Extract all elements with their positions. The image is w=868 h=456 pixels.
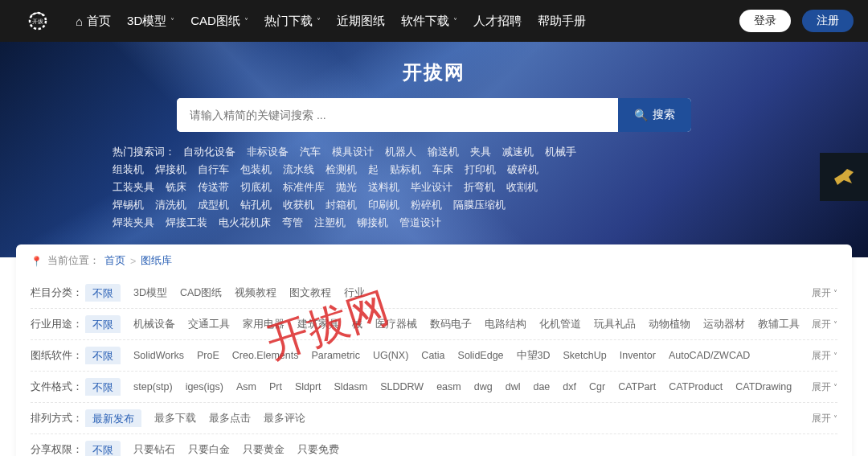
hot-keyword[interactable]: 自动化设备 [183, 143, 235, 161]
hot-keyword[interactable]: 包装机 [240, 161, 272, 179]
hot-keyword[interactable]: 封箱机 [326, 196, 357, 214]
filter-option[interactable]: iges(igs) [186, 378, 223, 396]
hot-keyword[interactable]: 破碎机 [507, 161, 538, 179]
hot-keyword[interactable]: 模具设计 [332, 143, 374, 161]
filter-option[interactable]: 只要黄金 [243, 441, 285, 456]
filter-option[interactable]: UG(NX) [373, 347, 408, 364]
filter-option[interactable]: 中望3D [517, 347, 551, 364]
nav-item-5[interactable]: 软件下载˅ [401, 14, 457, 29]
filter-option[interactable]: 教辅工具 [758, 315, 800, 333]
filter-option[interactable]: 化机管道 [539, 315, 581, 333]
hot-keyword[interactable]: 隔膜压缩机 [453, 196, 506, 214]
filter-option[interactable]: dwg [474, 378, 493, 396]
hot-keyword[interactable]: 铣床 [166, 179, 186, 196]
hot-keyword[interactable]: 焊接工装 [166, 214, 207, 232]
breadcrumb-current[interactable]: 图纸库 [141, 254, 172, 268]
filter-option[interactable]: CATPart [618, 378, 656, 396]
filter-option[interactable]: 建筑家具 [297, 315, 339, 333]
hot-keyword[interactable]: 钻孔机 [240, 196, 272, 214]
expand-toggle[interactable]: 展开˅ [812, 380, 837, 394]
hot-keyword[interactable]: 传送带 [198, 179, 229, 196]
hot-keyword[interactable]: 起 [368, 161, 379, 179]
filter-option[interactable]: 家用电器 [243, 315, 285, 333]
filter-option[interactable]: Cgr [589, 378, 605, 396]
hot-keyword[interactable]: 注塑机 [314, 214, 346, 232]
expand-toggle[interactable]: 展开˅ [812, 349, 837, 363]
filter-option[interactable]: CAD图纸 [180, 284, 222, 302]
hot-keyword[interactable]: 输送机 [428, 143, 459, 161]
hot-keyword[interactable]: 铆接机 [357, 214, 388, 232]
hot-keyword[interactable]: 焊接机 [155, 161, 186, 179]
hot-keyword[interactable]: 夹具 [470, 143, 491, 161]
hot-keyword[interactable]: 收割机 [506, 179, 538, 196]
nav-item-0[interactable]: ⌂首页 [76, 14, 111, 29]
hot-keyword[interactable]: 工装夹具 [113, 179, 154, 196]
filter-option[interactable]: SLDDRW [380, 378, 424, 396]
hot-keyword[interactable]: 送料机 [368, 179, 399, 196]
hot-keyword[interactable]: 清洗机 [155, 196, 186, 214]
filter-option[interactable]: SolidEdge [458, 347, 504, 364]
filter-option[interactable]: dae [533, 378, 550, 396]
filter-active[interactable]: 不限 [85, 315, 121, 333]
filter-active[interactable]: 不限 [85, 347, 121, 364]
filter-option[interactable]: ProE [197, 347, 219, 364]
filter-option[interactable]: 机械设备 [133, 315, 175, 333]
hot-keyword[interactable]: 减速机 [502, 143, 534, 161]
hot-keyword[interactable]: 自行车 [198, 161, 229, 179]
search-button[interactable]: 🔍 搜索 [618, 98, 691, 132]
expand-toggle[interactable]: 展开˅ [812, 412, 837, 425]
nav-item-7[interactable]: 帮助手册 [538, 14, 586, 29]
filter-option[interactable]: Asm [236, 378, 256, 396]
nav-item-4[interactable]: 近期图纸 [337, 14, 385, 29]
hot-keyword[interactable]: 车床 [432, 161, 453, 179]
filter-option[interactable]: Creo.Elements [232, 347, 299, 364]
hot-keyword[interactable]: 焊锡机 [113, 196, 144, 214]
hot-keyword[interactable]: 毕业设计 [411, 179, 452, 196]
filter-option[interactable]: 交通工具 [188, 315, 230, 333]
filter-option[interactable]: dwl [506, 378, 521, 396]
filter-option[interactable]: dxf [563, 378, 576, 396]
login-button[interactable]: 登录 [739, 10, 791, 32]
hot-keyword[interactable]: 贴标机 [390, 161, 421, 179]
filter-option[interactable]: easm [436, 378, 461, 396]
filter-option[interactable]: 最多点击 [209, 409, 251, 427]
filter-active[interactable]: 不限 [85, 378, 121, 396]
filter-option[interactable]: 3D模型 [133, 284, 167, 302]
filter-option[interactable]: AutoCAD/ZWCAD [669, 347, 750, 364]
filter-option[interactable]: 视频教程 [235, 284, 276, 302]
filter-option[interactable]: SketchUp [563, 347, 607, 364]
hot-keyword[interactable]: 标准件库 [283, 179, 325, 196]
filter-option[interactable]: step(stp) [133, 378, 173, 396]
expand-toggle[interactable]: 展开˅ [812, 286, 837, 300]
hot-keyword[interactable]: 流水线 [283, 161, 314, 179]
hot-keyword[interactable]: 弯管 [282, 214, 303, 232]
expand-toggle[interactable]: 展开˅ [812, 318, 837, 331]
filter-option[interactable]: 玩具礼品 [594, 315, 636, 333]
breadcrumb-home[interactable]: 首页 [104, 254, 125, 268]
filter-option[interactable]: 只要白金 [188, 441, 230, 456]
hot-keyword[interactable]: 成型机 [198, 196, 229, 214]
filter-option[interactable]: 数码电子 [430, 315, 472, 333]
hot-keyword[interactable]: 焊装夹具 [113, 214, 154, 232]
register-button[interactable]: 注册 [802, 10, 854, 32]
hot-keyword[interactable]: 检测机 [326, 161, 357, 179]
nav-item-2[interactable]: CAD图纸˅ [190, 14, 248, 29]
filter-option[interactable]: 图文教程 [289, 284, 331, 302]
filter-option[interactable]: 医疗器械 [375, 315, 417, 333]
hot-keyword[interactable]: 组装机 [113, 161, 144, 179]
filter-option[interactable]: 动物植物 [649, 315, 690, 333]
filter-active[interactable]: 不限 [85, 284, 121, 302]
hot-keyword[interactable]: 粉碎机 [411, 196, 442, 214]
nav-item-1[interactable]: 3D模型˅ [127, 14, 174, 29]
filter-option[interactable]: Sldasm [334, 378, 368, 396]
hot-keyword[interactable]: 管道设计 [399, 214, 441, 232]
filter-option[interactable]: 只要钻石 [133, 441, 175, 456]
filter-option[interactable]: 运动器材 [703, 315, 745, 333]
filter-option[interactable]: Prt [269, 378, 282, 396]
filter-active[interactable]: 不限 [85, 441, 121, 456]
filter-active[interactable]: 最新发布 [85, 409, 141, 427]
filter-option[interactable]: Sldprt [295, 378, 321, 396]
hot-keyword[interactable]: 电火花机床 [219, 214, 271, 232]
filter-option[interactable]: Parametric [311, 347, 359, 364]
filter-option[interactable]: CATDrawing [735, 378, 792, 396]
